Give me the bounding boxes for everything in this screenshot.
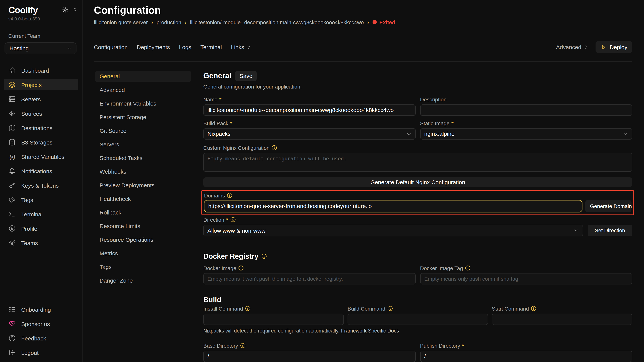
build-command-input[interactable] [348, 314, 488, 325]
tab-logs[interactable]: Logs [179, 44, 192, 50]
subnav-item-tags[interactable]: Tags [96, 262, 191, 272]
sidebar-item-label: Terminal [21, 211, 42, 217]
section-title-build: Build [203, 296, 632, 304]
install-command-label: Install Command [203, 306, 243, 312]
framework-docs-link[interactable]: Framework Specific Docs [341, 328, 399, 334]
subnav-item-healthcheck[interactable]: Healthcheck [96, 194, 191, 204]
subnav-item-preview-deployments[interactable]: Preview Deployments [96, 180, 191, 191]
tab-links[interactable]: Links [231, 44, 252, 50]
subnav-item-servers[interactable]: Servers [96, 139, 191, 150]
info-icon[interactable] [465, 265, 470, 271]
selector-icon [246, 45, 252, 50]
deploy-label: Deploy [610, 44, 627, 50]
breadcrumb-project[interactable]: illicitonion quote server [94, 19, 148, 25]
info-icon[interactable] [245, 306, 251, 312]
team-select-value: Hosting [10, 45, 29, 51]
info-icon[interactable] [238, 265, 244, 271]
deploy-button[interactable]: Deploy [596, 41, 632, 53]
start-command-input[interactable] [492, 314, 632, 325]
logout-icon [8, 349, 16, 356]
breadcrumb-environment[interactable]: production [156, 19, 181, 25]
info-icon[interactable] [387, 306, 393, 312]
install-command-input[interactable] [203, 314, 344, 325]
subnav-item-rollback[interactable]: Rollback [96, 207, 191, 218]
name-label: Name [203, 96, 218, 102]
subnav-item-resource-limits[interactable]: Resource Limits [96, 221, 191, 232]
base-directory-input[interactable] [203, 351, 416, 362]
sidebar: Coolify v4.0.0-beta.399 Current Team Hos… [0, 0, 82, 362]
sidebar-nav: Dashboard Projects Servers Sources Desti… [4, 65, 78, 249]
sidebar-item-logout[interactable]: Logout [4, 347, 78, 358]
advanced-menu[interactable]: Advanced [556, 44, 589, 50]
docker-registry-heading: Docker Registry [203, 252, 258, 261]
save-button[interactable]: Save [235, 71, 256, 81]
sidebar-item-shared-variables[interactable]: (x)Shared Variables [4, 151, 78, 162]
domains-input[interactable] [204, 200, 582, 212]
sidebar-item-keys-tokens[interactable]: Keys & Tokens [4, 180, 78, 191]
tab-deployments[interactable]: Deployments [137, 44, 170, 50]
sidebar-item-dashboard[interactable]: Dashboard [4, 65, 78, 76]
generate-domain-button[interactable]: Generate Domain [586, 200, 632, 212]
sidebar-item-label: Keys & Tokens [21, 182, 59, 189]
static-image-label: Static Image [420, 120, 450, 126]
tab-configuration[interactable]: Configuration [94, 44, 128, 50]
subnav-item-danger-zone[interactable]: Danger Zone [96, 275, 191, 286]
subnav-item-webhooks[interactable]: Webhooks [96, 166, 191, 177]
set-direction-button[interactable]: Set Direction [588, 225, 632, 236]
name-input[interactable] [203, 104, 416, 116]
theme-sun-icon[interactable] [62, 6, 68, 13]
subnav-item-scheduled-tasks[interactable]: Scheduled Tasks [96, 153, 191, 163]
team-select[interactable]: Hosting [4, 42, 76, 54]
subnav-item-git-source[interactable]: Git Source [96, 126, 191, 136]
subnav-item-advanced[interactable]: Advanced [96, 85, 191, 95]
user-circle-icon [8, 225, 16, 232]
required-marker: * [226, 217, 228, 223]
info-icon[interactable] [272, 145, 277, 151]
docker-image-tag-input[interactable] [420, 273, 632, 285]
info-icon[interactable] [240, 343, 246, 349]
description-input[interactable] [420, 104, 632, 116]
sidebar-item-destinations[interactable]: Destinations [4, 122, 78, 133]
tab-terminal[interactable]: Terminal [200, 44, 222, 50]
info-icon[interactable] [227, 193, 233, 198]
direction-select[interactable]: Allow www & non-www. [203, 225, 583, 236]
sidebar-item-servers[interactable]: Servers [4, 93, 78, 105]
chevron-down-icon [67, 45, 72, 51]
sidebar-item-projects[interactable]: Projects [4, 79, 78, 90]
sidebar-item-terminal[interactable]: Terminal [4, 208, 78, 220]
domains-highlight-box: Domains Generate Domain [202, 190, 634, 215]
sidebar-item-label: Onboarding [21, 306, 51, 313]
sidebar-item-label: Profile [21, 225, 37, 232]
nixpacks-note: Nixpacks will detect the required config… [203, 328, 632, 334]
sidebar-item-notifications[interactable]: Notifications [4, 165, 78, 177]
sidebar-item-profile[interactable]: Profile [4, 223, 78, 234]
general-form: General Save General configuration for y… [203, 66, 632, 362]
breadcrumb-application[interactable]: illicitestonion/-module--decomposition:m… [190, 19, 364, 25]
subnav-item-general[interactable]: General [96, 71, 191, 82]
subnav-item-persistent-storage[interactable]: Persistent Storage [96, 112, 191, 123]
subnav-item-environment-variables[interactable]: Environment Variables [96, 98, 191, 109]
subnav-item-metrics[interactable]: Metrics [96, 248, 191, 259]
theme-selector-icon[interactable] [72, 7, 78, 12]
start-command-label: Start Command [492, 306, 529, 312]
breadcrumb-separator: › [367, 19, 369, 25]
sidebar-item-sponsor[interactable]: Sponsor us [4, 318, 78, 330]
build-pack-select[interactable]: Nixpacks [203, 128, 416, 140]
subnav-item-resource-operations[interactable]: Resource Operations [96, 235, 191, 245]
generate-nginx-button[interactable]: Generate Default Nginx Configuration [203, 177, 632, 187]
static-image-select[interactable]: nginx:alpine [420, 128, 632, 140]
info-icon[interactable] [531, 306, 536, 312]
tab-links-label: Links [231, 44, 244, 50]
nginx-config-textarea[interactable] [203, 153, 632, 172]
sidebar-item-onboarding[interactable]: Onboarding [4, 304, 78, 315]
sidebar-item-sources[interactable]: Sources [4, 108, 78, 119]
sidebar-item-tags[interactable]: Tags [4, 194, 78, 205]
info-icon[interactable] [261, 254, 267, 259]
sidebar-item-feedback[interactable]: Feedback [4, 333, 78, 344]
docker-image-input[interactable] [203, 273, 416, 285]
info-icon[interactable] [230, 217, 236, 223]
sidebar-item-teams[interactable]: Teams [4, 237, 78, 249]
sidebar-item-s3-storages[interactable]: S3 Storages [4, 137, 78, 148]
publish-directory-input[interactable] [420, 351, 632, 362]
app-logo[interactable]: Coolify [8, 5, 38, 15]
